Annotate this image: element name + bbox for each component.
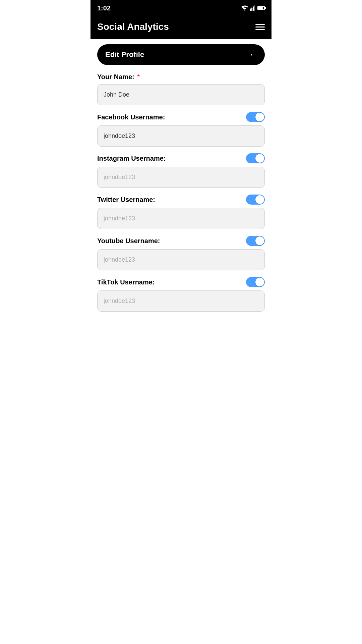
battery-icon xyxy=(257,6,265,10)
instagram-toggle-track xyxy=(246,153,265,163)
youtube-toggle[interactable] xyxy=(246,236,265,246)
tiktok-toggle[interactable] xyxy=(246,277,265,287)
instagram-label: Instagram Username: xyxy=(97,155,166,162)
name-field-section: Your Name: * xyxy=(97,73,265,105)
svg-point-0 xyxy=(244,9,245,10)
app-header: Social Analytics xyxy=(90,16,272,39)
twitter-field-header: Twitter Username: xyxy=(97,195,265,205)
wifi-icon xyxy=(241,5,248,11)
svg-rect-1 xyxy=(250,9,251,11)
signal-icon xyxy=(250,5,255,11)
edit-profile-label: Edit Profile xyxy=(105,50,144,59)
menu-button[interactable] xyxy=(255,24,265,30)
youtube-input[interactable] xyxy=(97,249,265,270)
status-time: 1:02 xyxy=(97,4,111,12)
tiktok-label: TikTok Username: xyxy=(97,278,155,286)
youtube-field-header: Youtube Username: xyxy=(97,236,265,246)
facebook-field-header: Facebook Username: xyxy=(97,112,265,122)
instagram-field-section: Instagram Username: xyxy=(97,153,265,188)
twitter-toggle-track xyxy=(246,195,265,205)
menu-line-2 xyxy=(255,26,265,28)
required-star: * xyxy=(137,73,140,80)
edit-profile-button[interactable]: Edit Profile ← xyxy=(97,44,265,65)
youtube-label: Youtube Username: xyxy=(97,237,160,245)
instagram-field-header: Instagram Username: xyxy=(97,153,265,163)
name-input[interactable] xyxy=(97,84,265,105)
menu-line-1 xyxy=(255,24,265,25)
status-icons xyxy=(241,5,265,11)
svg-rect-2 xyxy=(251,7,252,11)
menu-line-3 xyxy=(255,29,265,30)
name-label-container: Your Name: * xyxy=(97,73,140,81)
facebook-toggle-track xyxy=(246,112,265,122)
facebook-toggle-thumb xyxy=(255,113,264,121)
facebook-label: Facebook Username: xyxy=(97,113,165,121)
twitter-label: Twitter Username: xyxy=(97,196,155,204)
tiktok-input[interactable] xyxy=(97,290,265,312)
twitter-input[interactable] xyxy=(97,208,265,229)
name-field-header: Your Name: * xyxy=(97,73,265,81)
tiktok-field-header: TikTok Username: xyxy=(97,277,265,287)
svg-rect-3 xyxy=(253,6,254,11)
facebook-toggle[interactable] xyxy=(246,112,265,122)
back-arrow-icon: ← xyxy=(249,50,257,59)
tiktok-toggle-track xyxy=(246,277,265,287)
status-bar: 1:02 xyxy=(90,0,272,16)
tiktok-toggle-thumb xyxy=(255,278,264,286)
instagram-input[interactable] xyxy=(97,167,265,188)
page-content: Edit Profile ← Your Name: * Facebook Use… xyxy=(90,39,272,324)
facebook-input[interactable] xyxy=(97,125,265,147)
instagram-toggle[interactable] xyxy=(246,153,265,163)
name-label: Your Name: xyxy=(97,73,134,80)
app-title: Social Analytics xyxy=(97,21,169,32)
svg-rect-4 xyxy=(254,5,255,11)
youtube-toggle-thumb xyxy=(255,236,264,245)
tiktok-field-section: TikTok Username: xyxy=(97,277,265,312)
instagram-toggle-thumb xyxy=(255,154,264,163)
youtube-toggle-track xyxy=(246,236,265,246)
facebook-field-section: Facebook Username: xyxy=(97,112,265,147)
twitter-field-section: Twitter Username: xyxy=(97,195,265,229)
twitter-toggle[interactable] xyxy=(246,195,265,205)
twitter-toggle-thumb xyxy=(255,195,264,204)
social-fields: Facebook Username:Instagram Username:Twi… xyxy=(97,112,265,312)
youtube-field-section: Youtube Username: xyxy=(97,236,265,270)
